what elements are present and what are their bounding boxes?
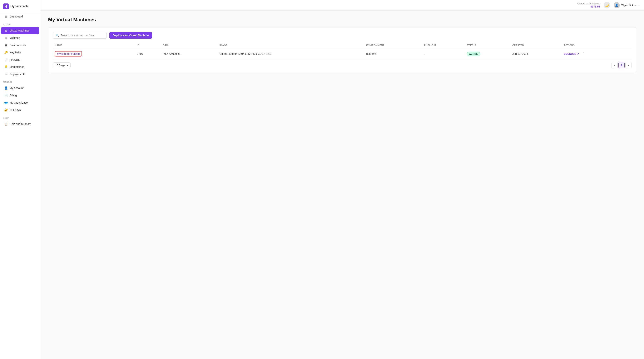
page-title: My Virtual Machines <box>48 17 636 23</box>
sidebar-item-label-my-organization: My Organization <box>10 101 29 104</box>
hyperstack-logo-icon: H <box>3 4 9 9</box>
sidebar-item-label-help-and-support: Help and Support <box>10 122 30 126</box>
per-page-suffix: /page <box>59 64 65 67</box>
actions-group: CONSOLE ↗ ⋮ <box>564 51 630 56</box>
sidebar-item-key-pairs[interactable]: 🔑 Key Pairs <box>1 49 39 56</box>
deployments-icon: 🗂 <box>4 72 8 76</box>
page-1-button[interactable]: 1 <box>618 62 624 68</box>
vm-public-ip-cell: - <box>422 48 465 60</box>
my-organization-icon: 👥 <box>4 101 8 104</box>
vm-environment-cell: test-env <box>364 48 422 60</box>
vm-card: 🔍 Deploy New Virtual Machine NAME ID GPU… <box>48 27 636 73</box>
status-badge: ACTIVE <box>467 52 480 56</box>
col-public-ip: PUBLIC IP <box>422 42 465 48</box>
col-name: NAME <box>53 42 135 48</box>
key-pairs-icon: 🔑 <box>4 51 8 54</box>
marketplace-icon: 💡 <box>4 65 8 68</box>
sidebar-item-marketplace[interactable]: 💡 Marketplace <box>1 64 39 70</box>
col-id: ID <box>135 42 161 48</box>
vm-status-cell: ACTIVE <box>465 48 510 60</box>
help-icon: 📋 <box>4 122 8 126</box>
vm-actions-cell: CONSOLE ↗ ⋮ <box>562 48 632 60</box>
sidebar-item-label-key-pairs: Key Pairs <box>10 51 21 54</box>
sidebar-item-firewalls[interactable]: 🛡 Firewalls <box>1 56 39 63</box>
vm-created-cell: Jun 13, 2024 <box>510 48 562 60</box>
credit-amount: $176.93 <box>578 5 600 8</box>
vm-image-cell: Ubuntu Server 22.04 LTS R535 CUDA 12.2 <box>218 48 364 60</box>
vm-id-cell: 2716 <box>135 48 161 60</box>
sidebar-item-environments[interactable]: ◉ Environments <box>1 42 39 48</box>
per-page-chevron-icon: ▾ <box>67 64 68 67</box>
sidebar-item-my-organization[interactable]: 👥 My Organization <box>1 99 39 106</box>
table-row: mysterious-franklin 2716 RTX-A4000 x1 Ub… <box>53 48 632 60</box>
sidebar-item-billing[interactable]: 📄 Billing <box>1 92 39 99</box>
sidebar-item-label-marketplace: Marketplace <box>10 65 24 68</box>
sidebar-item-label-volumes: Volumes <box>10 36 20 40</box>
dashboard-item[interactable]: ⊟ Dashboard <box>1 13 39 20</box>
avatar: 👤 <box>614 2 620 8</box>
sidebar-item-help-and-support[interactable]: 📋 Help and Support <box>1 120 39 128</box>
volumes-icon: ☰ <box>4 36 8 40</box>
sidebar-item-volumes[interactable]: ☰ Volumes <box>1 34 39 41</box>
more-actions-button[interactable]: ⋮ <box>580 51 586 56</box>
user-menu[interactable]: 👤 Wyatt Baker ▾ <box>614 2 638 8</box>
credit-label: Current credit balance <box>578 2 600 5</box>
table-header: NAME ID GPU IMAGE ENVIRONMENT PUBLIC IP … <box>53 42 632 48</box>
theme-toggle-button[interactable]: 🌙 <box>604 2 610 8</box>
cloud-section-label: CLOUD <box>0 20 40 27</box>
dashboard-icon: ⊟ <box>4 15 8 18</box>
pagination-bar: 10 /page ▾ ‹ 1 › <box>53 62 632 68</box>
topbar: Current credit balance $176.93 🌙 👤 Wyatt… <box>40 0 644 10</box>
table-body: mysterious-franklin 2716 RTX-A4000 x1 Ub… <box>53 48 632 60</box>
col-environment: ENVIRONMENT <box>364 42 422 48</box>
search-wrapper: 🔍 <box>53 32 107 39</box>
vm-gpu-cell: RTX-A4000 x1 <box>161 48 218 60</box>
user-name: Wyatt Baker <box>621 4 636 7</box>
sidebar-item-virtual-machines[interactable]: ⊞ Virtual Machines <box>1 27 39 34</box>
vm-name-link[interactable]: mysterious-franklin <box>55 51 82 56</box>
sidebar-item-label-firewalls: Firewalls <box>10 58 20 61</box>
col-gpu: GPU <box>161 42 218 48</box>
chevron-down-icon: ▾ <box>638 4 638 6</box>
sidebar-item-deployments[interactable]: 🗂 Deployments <box>1 71 39 78</box>
sidebar-item-label-billing: Billing <box>10 94 17 97</box>
svg-text:H: H <box>4 4 7 8</box>
per-page-select[interactable]: 10 /page ▾ <box>53 62 70 68</box>
col-status: STATUS <box>465 42 510 48</box>
page-controls: ‹ 1 › <box>612 62 632 68</box>
sidebar-item-label-api-keys: API Keys <box>10 108 21 112</box>
my-account-icon: 👤 <box>4 86 8 90</box>
help-section-label: HELP <box>0 114 40 120</box>
billing-icon: 📄 <box>4 94 8 97</box>
sidebar-item-my-account[interactable]: 👤 My Account <box>1 84 39 92</box>
manage-section-label: MANAGE <box>0 78 40 84</box>
credit-info: Current credit balance $176.93 <box>578 2 600 8</box>
sidebar-item-label-environments: Environments <box>10 44 26 47</box>
deploy-new-vm-button[interactable]: Deploy New Virtual Machine <box>110 32 152 39</box>
search-input[interactable] <box>60 34 104 37</box>
col-created: CREATED <box>510 42 562 48</box>
next-page-button[interactable]: › <box>625 62 632 68</box>
sidebar-item-label-deployments: Deployments <box>10 73 26 76</box>
search-icon: 🔍 <box>56 34 59 37</box>
sidebar-item-label-my-account: My Account <box>10 86 24 90</box>
col-actions: ACTIONS <box>562 42 632 48</box>
dashboard-label: Dashboard <box>10 15 23 18</box>
main-content: Current credit balance $176.93 🌙 👤 Wyatt… <box>40 0 644 359</box>
logo[interactable]: H Hyperstack <box>0 0 40 13</box>
app-name: Hyperstack <box>10 4 28 8</box>
content-area: My Virtual Machines 🔍 Deploy New Virtual… <box>40 10 644 359</box>
sidebar-item-label-virtual-machines: Virtual Machines <box>10 29 30 32</box>
per-page-value: 10 <box>55 64 58 67</box>
external-link-icon: ↗ <box>577 52 579 55</box>
firewalls-icon: 🛡 <box>4 58 8 61</box>
prev-page-button[interactable]: ‹ <box>612 62 618 68</box>
virtual-machines-icon: ⊞ <box>4 29 8 32</box>
sidebar-item-api-keys[interactable]: 🔐 API Keys <box>1 106 39 114</box>
console-label: CONSOLE <box>564 52 576 55</box>
environments-icon: ◉ <box>4 44 8 47</box>
api-keys-icon: 🔐 <box>4 108 8 112</box>
toolbar: 🔍 Deploy New Virtual Machine <box>53 32 632 39</box>
vm-name-cell: mysterious-franklin <box>53 48 135 60</box>
console-link[interactable]: CONSOLE ↗ <box>564 52 579 55</box>
